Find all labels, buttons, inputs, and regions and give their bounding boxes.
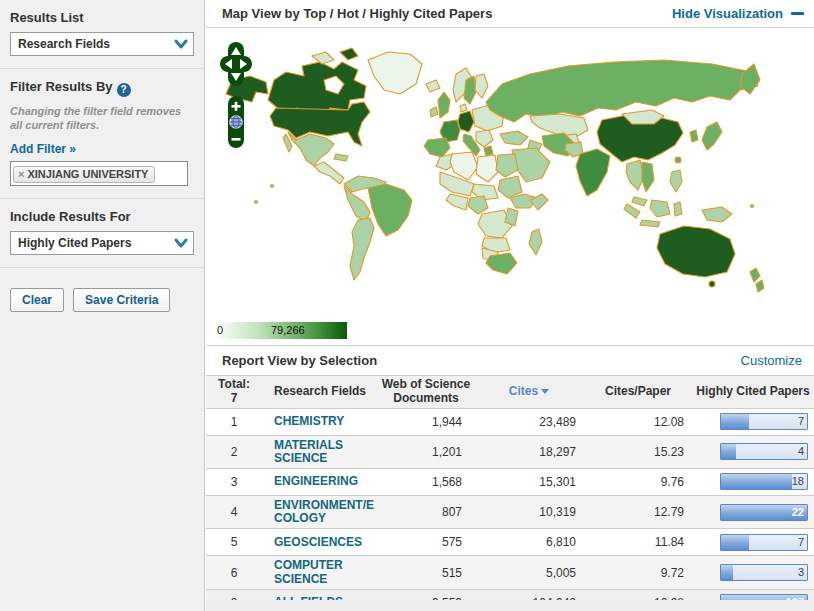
pan-control[interactable] xyxy=(220,42,252,86)
docs-value: 515 xyxy=(378,566,474,580)
map-panel-header: Map View by Top / Hot / Highly Cited Pap… xyxy=(206,0,814,28)
chevron-down-icon xyxy=(173,237,189,249)
cites-per-paper-value: 9.76 xyxy=(584,475,692,489)
esi-app: { "colors": { "accent_link": "#0a6a9e", … xyxy=(0,0,814,611)
col-cites-per-paper: Cites/Paper xyxy=(584,383,692,401)
row-rank: 2 xyxy=(206,445,262,459)
table-row: 4 ENVIRONMENT/ECOLOGY 807 10,319 12.79 2… xyxy=(206,496,814,529)
include-results-section: Include Results For Highly Cited Papers xyxy=(0,199,204,268)
row-rank: 5 xyxy=(206,535,262,549)
col-highly-cited: Highly Cited Papers xyxy=(692,383,814,401)
main-content: Map View by Top / Hot / Highly Cited Pap… xyxy=(206,0,814,611)
docs-value: 1,944 xyxy=(378,415,474,429)
legend-max: 79,266 xyxy=(271,324,305,336)
field-link[interactable]: ENVIRONMENT/ECOLOGY xyxy=(274,498,374,525)
table-row: 1 CHEMISTRY 1,944 23,489 12.08 7 xyxy=(206,409,814,436)
zoom-control[interactable] xyxy=(228,96,244,148)
highly-cited-bar: 3 xyxy=(720,564,808,581)
docs-value: 1,201 xyxy=(378,445,474,459)
cites-value: 15,301 xyxy=(474,475,584,489)
results-list-dropdown[interactable]: Research Fields xyxy=(10,32,194,56)
map-view: 0 79,266 xyxy=(206,28,814,345)
filter-tag-label: XINJIANG UNIVERSITY xyxy=(27,168,148,180)
filter-tag-box[interactable]: ×XINJIANG UNIVERSITY xyxy=(10,161,188,186)
table-row: 6 COMPUTER SCIENCE 515 5,005 9.72 3 xyxy=(206,556,814,589)
row-rank: 4 xyxy=(206,505,262,519)
table-row: 5 GEOSCIENCES 575 6,810 11.84 7 xyxy=(206,529,814,556)
cites-value: 10,319 xyxy=(474,505,584,519)
map-countries xyxy=(226,48,764,292)
hide-visualization-link[interactable]: Hide Visualization xyxy=(672,6,804,21)
results-list-heading: Results List xyxy=(10,10,194,25)
row-rank: 3 xyxy=(206,475,262,489)
results-list-section: Results List Research Fields xyxy=(0,0,204,69)
report-title: Report View by Selection xyxy=(222,353,377,368)
cites-value: 18,297 xyxy=(474,445,584,459)
total-header: Total:7 xyxy=(206,376,262,408)
cites-value: 6,810 xyxy=(474,535,584,549)
sort-desc-icon xyxy=(541,389,549,394)
add-filter-link[interactable]: Add Filter » xyxy=(10,142,76,156)
table-row: 2 MATERIALS SCIENCE 1,201 18,297 15.23 4 xyxy=(206,436,814,469)
cites-value: 23,489 xyxy=(474,415,584,429)
filter-heading: Filter Results By? xyxy=(10,79,194,97)
zoom-out-icon xyxy=(232,138,241,141)
cites-per-paper-value: 12.79 xyxy=(584,505,692,519)
chevron-down-icon xyxy=(173,38,189,50)
map-title: Map View by Top / Hot / Highly Cited Pap… xyxy=(222,6,492,21)
highly-cited-bar: 22 xyxy=(720,504,808,521)
field-link[interactable]: COMPUTER SCIENCE xyxy=(274,558,343,585)
help-icon[interactable]: ? xyxy=(117,83,131,97)
clear-button[interactable]: Clear xyxy=(10,288,64,312)
highly-cited-bar: 4 xyxy=(720,443,808,460)
collapse-icon xyxy=(791,12,804,15)
include-results-dropdown[interactable]: Highly Cited Papers xyxy=(10,231,194,255)
legend-min: 0 xyxy=(217,324,223,336)
highly-cited-bar: 7 xyxy=(720,534,808,551)
report-header: Report View by Selection Customize xyxy=(206,345,814,376)
col-wos-documents: Web of Science Documents xyxy=(378,376,474,408)
cites-per-paper-value: 11.84 xyxy=(584,535,692,549)
docs-value: 1,568 xyxy=(378,475,474,489)
include-results-selected: Highly Cited Papers xyxy=(18,236,131,250)
row-rank: 1 xyxy=(206,415,262,429)
filters-sidebar: Results List Research Fields Filter Resu… xyxy=(0,0,205,611)
filter-note: Changing the filter field removes all cu… xyxy=(10,104,194,133)
field-link[interactable]: MATERIALS SCIENCE xyxy=(274,438,343,465)
remove-filter-icon[interactable]: × xyxy=(18,168,24,180)
cites-value: 5,005 xyxy=(474,566,584,580)
table-header-row: Total:7 Research Fields Web of Science D… xyxy=(206,376,814,409)
results-list-selected: Research Fields xyxy=(18,37,110,51)
highly-cited-bar: 18 xyxy=(720,473,808,490)
cites-per-paper-value: 12.08 xyxy=(584,415,692,429)
field-link[interactable]: GEOSCIENCES xyxy=(274,535,362,549)
globe-icon xyxy=(230,116,242,128)
filter-section: Filter Results By? Changing the filter f… xyxy=(0,69,204,199)
highly-cited-bar: 7 xyxy=(720,413,808,430)
docs-value: 807 xyxy=(378,505,474,519)
table-row: 3 ENGINEERING 1,568 15,301 9.76 18 xyxy=(206,469,814,496)
actions-section: Clear Save Criteria xyxy=(0,268,204,324)
field-link[interactable]: ENGINEERING xyxy=(274,474,358,488)
col-research-fields: Research Fields xyxy=(262,383,378,401)
row-rank: 6 xyxy=(206,566,262,580)
customize-link[interactable]: Customize xyxy=(741,353,802,368)
col-cites-sort[interactable]: Cites xyxy=(474,383,584,401)
map-color-scale: 0 79,266 xyxy=(214,322,347,339)
map-navigation-controls[interactable] xyxy=(218,40,254,152)
include-results-heading: Include Results For xyxy=(10,209,194,224)
field-link[interactable]: CHEMISTRY xyxy=(274,414,344,428)
cites-per-paper-value: 15.23 xyxy=(584,445,692,459)
cites-per-paper-value: 9.72 xyxy=(584,566,692,580)
save-criteria-button[interactable]: Save Criteria xyxy=(73,288,170,312)
world-choropleth-map[interactable] xyxy=(212,36,808,314)
docs-value: 575 xyxy=(378,535,474,549)
filter-tag: ×XINJIANG UNIVERSITY xyxy=(13,166,155,183)
page-bottom-band xyxy=(206,600,814,611)
